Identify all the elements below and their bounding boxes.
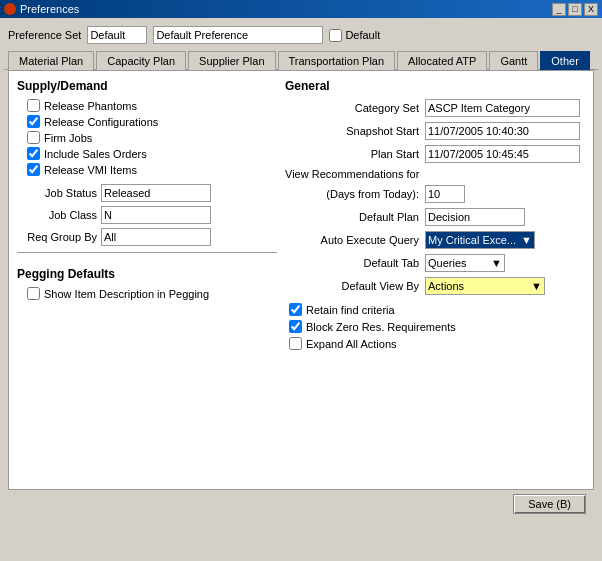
job-class-label: Job Class bbox=[17, 209, 97, 221]
default-view-row: Default View By Actions ▼ bbox=[285, 277, 585, 295]
default-checkbox-row: Default bbox=[329, 29, 380, 42]
pegging-title: Pegging Defaults bbox=[17, 267, 277, 281]
title-bar-buttons: _ □ X bbox=[552, 3, 598, 16]
job-status-input[interactable] bbox=[101, 184, 211, 202]
firm-jobs-row: Firm Jobs bbox=[17, 131, 277, 144]
default-tab-value: Queries bbox=[428, 257, 467, 269]
release-phantoms-row: Release Phantoms bbox=[17, 99, 277, 112]
bottom-bar: Save (B) bbox=[8, 490, 594, 518]
default-tab-dropdown[interactable]: Queries ▼ bbox=[425, 254, 505, 272]
minimize-button[interactable]: _ bbox=[552, 3, 566, 16]
tab-gantt[interactable]: Gantt bbox=[489, 51, 538, 70]
category-set-row: Category Set bbox=[285, 99, 585, 117]
release-vmi-items-row: Release VMI Items bbox=[17, 163, 277, 176]
expand-all-actions-checkbox[interactable] bbox=[289, 337, 302, 350]
include-sales-orders-label: Include Sales Orders bbox=[44, 148, 147, 160]
show-item-desc-label: Show Item Description in Pegging bbox=[44, 288, 209, 300]
snapshot-start-row: Snapshot Start bbox=[285, 122, 585, 140]
days-label: (Days from Today): bbox=[285, 188, 425, 200]
default-tab-row: Default Tab Queries ▼ bbox=[285, 254, 585, 272]
default-plan-row: Default Plan bbox=[285, 208, 585, 226]
auto-execute-arrow: ▼ bbox=[521, 234, 532, 246]
show-item-desc-row: Show Item Description in Pegging bbox=[17, 287, 277, 300]
job-status-label: Job Status bbox=[17, 187, 97, 199]
days-row: (Days from Today): bbox=[285, 185, 585, 203]
retain-find-row: Retain find criteria bbox=[285, 303, 585, 316]
tabs-row: Material Plan Capacity Plan Supplier Pla… bbox=[4, 50, 598, 70]
pegging-section: Pegging Defaults Show Item Description i… bbox=[17, 267, 277, 300]
supply-demand-title: Supply/Demand bbox=[17, 79, 277, 93]
default-view-dropdown[interactable]: Actions ▼ bbox=[425, 277, 545, 295]
view-rec-row: View Recommendations for bbox=[285, 168, 585, 180]
preference-set-label: Preference Set bbox=[8, 29, 81, 41]
left-panel: Supply/Demand Release Phantoms Release C… bbox=[17, 79, 277, 481]
release-configurations-row: Release Configurations bbox=[17, 115, 277, 128]
tab-supplier-plan[interactable]: Supplier Plan bbox=[188, 51, 275, 70]
include-sales-orders-checkbox[interactable] bbox=[27, 147, 40, 160]
title-bar-left: Preferences bbox=[4, 3, 79, 15]
release-vmi-items-label: Release VMI Items bbox=[44, 164, 137, 176]
job-class-input[interactable] bbox=[101, 206, 211, 224]
req-group-by-input[interactable] bbox=[101, 228, 211, 246]
tab-material-plan[interactable]: Material Plan bbox=[8, 51, 94, 70]
expand-all-actions-label: Expand All Actions bbox=[306, 338, 397, 350]
title-bar-title: Preferences bbox=[20, 3, 79, 15]
default-tab-label: Default Tab bbox=[285, 257, 425, 269]
snapshot-start-input[interactable] bbox=[425, 122, 580, 140]
job-status-row: Job Status bbox=[17, 184, 277, 202]
general-title: General bbox=[285, 79, 585, 93]
block-zero-res-checkbox[interactable] bbox=[289, 320, 302, 333]
default-view-arrow: ▼ bbox=[531, 280, 542, 292]
auto-execute-value: My Critical Exce... bbox=[428, 234, 516, 246]
close-button[interactable]: X bbox=[584, 3, 598, 16]
title-bar: Preferences _ □ X bbox=[0, 0, 602, 18]
plan-start-row: Plan Start bbox=[285, 145, 585, 163]
firm-jobs-label: Firm Jobs bbox=[44, 132, 92, 144]
default-tab-arrow: ▼ bbox=[491, 257, 502, 269]
auto-execute-label: Auto Execute Query bbox=[285, 234, 425, 246]
block-zero-res-row: Block Zero Res. Requirements bbox=[285, 320, 585, 333]
snapshot-start-label: Snapshot Start bbox=[285, 125, 425, 137]
job-class-row: Job Class bbox=[17, 206, 277, 224]
default-plan-input[interactable] bbox=[425, 208, 525, 226]
view-rec-label: View Recommendations for bbox=[285, 168, 425, 180]
retain-find-checkbox[interactable] bbox=[289, 303, 302, 316]
days-input[interactable] bbox=[425, 185, 465, 203]
content-area: Supply/Demand Release Phantoms Release C… bbox=[8, 70, 594, 490]
release-vmi-items-checkbox[interactable] bbox=[27, 163, 40, 176]
right-panel: General Category Set Snapshot Start Plan… bbox=[285, 79, 585, 481]
category-set-label: Category Set bbox=[285, 102, 425, 114]
release-phantoms-checkbox[interactable] bbox=[27, 99, 40, 112]
tab-other[interactable]: Other bbox=[540, 51, 590, 70]
default-label: Default bbox=[345, 29, 380, 41]
show-item-desc-checkbox[interactable] bbox=[27, 287, 40, 300]
auto-execute-row: Auto Execute Query My Critical Exce... ▼ bbox=[285, 231, 585, 249]
preference-name-input[interactable] bbox=[153, 26, 323, 44]
req-group-by-row: Req Group By bbox=[17, 228, 277, 246]
expand-all-actions-row: Expand All Actions bbox=[285, 337, 585, 350]
plan-start-label: Plan Start bbox=[285, 148, 425, 160]
default-view-value: Actions bbox=[428, 280, 464, 292]
req-group-by-label: Req Group By bbox=[17, 231, 97, 243]
maximize-button[interactable]: □ bbox=[568, 3, 582, 16]
include-sales-orders-row: Include Sales Orders bbox=[17, 147, 277, 160]
tab-capacity-plan[interactable]: Capacity Plan bbox=[96, 51, 186, 70]
firm-jobs-checkbox[interactable] bbox=[27, 131, 40, 144]
release-configurations-checkbox[interactable] bbox=[27, 115, 40, 128]
app-icon bbox=[4, 3, 16, 15]
tab-allocated-atp[interactable]: Allocated ATP bbox=[397, 51, 487, 70]
plan-start-input[interactable] bbox=[425, 145, 580, 163]
preference-set-input[interactable] bbox=[87, 26, 147, 44]
default-plan-label: Default Plan bbox=[285, 211, 425, 223]
default-view-label: Default View By bbox=[285, 280, 425, 292]
save-button[interactable]: Save (B) bbox=[513, 494, 586, 514]
retain-find-label: Retain find criteria bbox=[306, 304, 395, 316]
auto-execute-dropdown[interactable]: My Critical Exce... ▼ bbox=[425, 231, 535, 249]
block-zero-res-label: Block Zero Res. Requirements bbox=[306, 321, 456, 333]
main-container: Preference Set Default Material Plan Cap… bbox=[0, 18, 602, 522]
release-phantoms-label: Release Phantoms bbox=[44, 100, 137, 112]
category-set-input[interactable] bbox=[425, 99, 580, 117]
release-configurations-label: Release Configurations bbox=[44, 116, 158, 128]
default-checkbox[interactable] bbox=[329, 29, 342, 42]
tab-transportation-plan[interactable]: Transportation Plan bbox=[278, 51, 396, 70]
